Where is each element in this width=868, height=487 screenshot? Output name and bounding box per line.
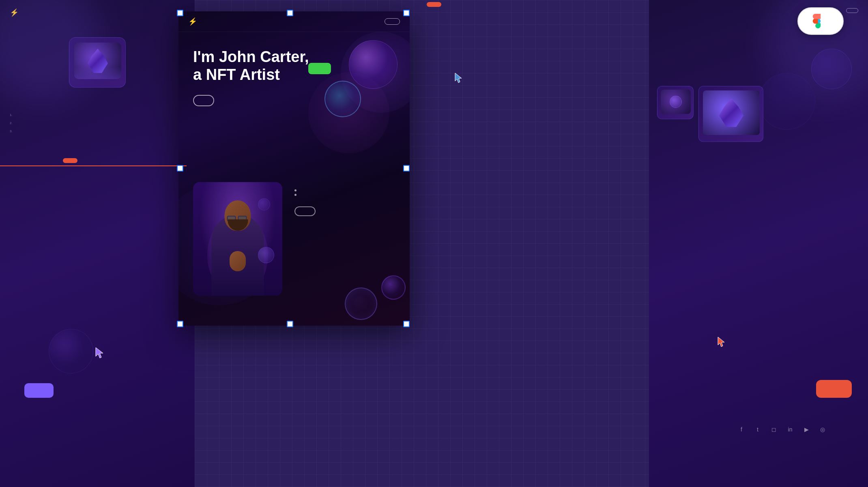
hero-orb-2 xyxy=(324,81,361,117)
cursor-left-icon xyxy=(94,347,105,361)
facebook-icon: f xyxy=(737,425,746,434)
right-card-small-img xyxy=(661,90,691,114)
john-carter-badge xyxy=(308,63,331,74)
right-bubble-2 xyxy=(758,73,815,130)
right-card-small xyxy=(657,86,694,119)
selection-handle-br[interactable] xyxy=(403,321,410,327)
sophie-moore-badge xyxy=(24,383,54,398)
bullet-icon-2 xyxy=(294,194,296,196)
measurement-line-horizontal xyxy=(0,165,187,166)
left-list-2: 2. xyxy=(10,121,185,126)
linkedin-icon: in xyxy=(785,425,795,434)
hero-orb-1 xyxy=(349,40,397,89)
bullet-icon xyxy=(294,189,296,191)
cursor-top-icon xyxy=(454,72,464,85)
skill-1 xyxy=(294,189,395,191)
left-list-3: 3. xyxy=(10,129,185,134)
right-card-large-img xyxy=(703,90,760,135)
right-bubble-1 xyxy=(811,49,852,89)
cursor-right-icon xyxy=(716,336,726,349)
left-bubble xyxy=(49,329,93,373)
instagram-icon: ◻ xyxy=(769,425,779,434)
right-social-icons: f t ◻ in ▶ ◎ xyxy=(737,425,827,434)
about-section xyxy=(178,170,410,308)
hero-title: I'm John Carter,a NFT Artist xyxy=(193,48,315,84)
left-list-1: 1. xyxy=(10,113,185,118)
about-ring-orb xyxy=(345,287,377,320)
selection-handle-rm[interactable] xyxy=(403,165,410,172)
about-skills-list xyxy=(294,189,395,196)
about-orb xyxy=(381,275,406,300)
selection-handle-bl[interactable] xyxy=(177,321,183,327)
andrew-smith-badge xyxy=(816,380,852,398)
whatsapp-icon: ◎ xyxy=(818,425,827,434)
nft-bolt-icon: ⚡ xyxy=(188,17,197,26)
youtube-icon: ▶ xyxy=(801,425,811,434)
hire-button[interactable] xyxy=(294,206,316,216)
hero-browse-button[interactable] xyxy=(193,95,214,106)
about-photo xyxy=(193,182,282,296)
right-background-panel xyxy=(649,0,868,487)
dimension-label-left xyxy=(63,158,77,163)
figma-icon xyxy=(810,14,825,28)
selection-handle-tr[interactable] xyxy=(403,10,410,16)
crystal-card-image xyxy=(74,43,121,79)
right-price-area xyxy=(649,142,868,158)
about-photo-inner xyxy=(193,182,282,296)
selection-handle-tl[interactable] xyxy=(177,10,183,16)
selection-handle-tm[interactable] xyxy=(287,10,293,16)
nft-nav: ⚡ xyxy=(178,11,410,32)
selection-handle-lm[interactable] xyxy=(177,165,183,172)
right-card-large xyxy=(698,86,763,142)
nft-gallery-button[interactable] xyxy=(385,18,400,25)
figma-badge xyxy=(797,7,844,35)
about-text xyxy=(294,182,395,216)
left-background-panel: ⚡ 1. 2. 3. xyxy=(0,0,195,487)
hero-section: I'm John Carter,a NFT Artist xyxy=(178,32,410,170)
nft-logo: ⚡ xyxy=(188,17,200,26)
left-panel-content: 1. 2. 3. xyxy=(0,100,195,145)
skill-2 xyxy=(294,194,395,196)
dimension-label-top xyxy=(427,2,441,7)
selection-handle-bm[interactable] xyxy=(287,321,293,327)
main-nft-frame: ⚡ I'm John Carter,a NFT Artist xyxy=(178,11,410,326)
twitter-icon: t xyxy=(753,425,763,434)
